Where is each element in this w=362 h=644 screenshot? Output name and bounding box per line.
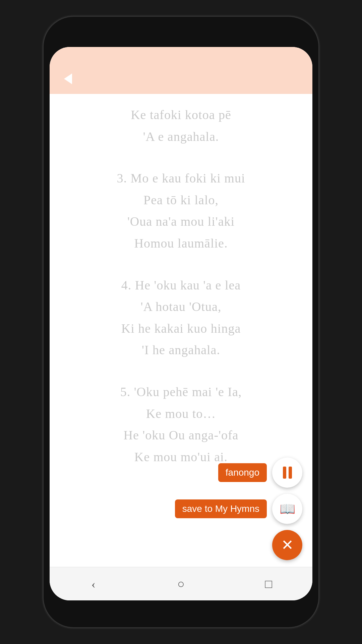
close-icon: ✕ xyxy=(281,538,294,552)
fanongo-fab-row: fanongo xyxy=(218,458,302,488)
verse-4: 4. He 'oku kau 'a e lea 'A hotau 'Otua, … xyxy=(63,274,299,361)
save-hymns-fab-row: save to My Hymns 📖 xyxy=(175,494,302,524)
verse-4-line-1: 4. He 'oku kau 'a e lea xyxy=(63,274,299,296)
verse-5-line-1: 5. 'Oku pehē mai 'e Ia, xyxy=(63,381,299,403)
pause-icon xyxy=(283,467,292,479)
save-hymns-tooltip: save to My Hymns xyxy=(175,499,267,518)
verse-intro: Ke tafoki kotoa pē 'A e angahala. xyxy=(63,104,299,147)
verse-intro-line-1: Ke tafoki kotoa pē xyxy=(63,104,299,126)
fanongo-tooltip: fanongo xyxy=(218,463,267,482)
pause-bar-right xyxy=(289,467,292,479)
back-arrow-icon xyxy=(64,73,72,84)
verse-intro-line-2: 'A e angahala. xyxy=(63,126,299,148)
save-hymns-button[interactable]: 📖 xyxy=(272,494,302,524)
pause-bar-left xyxy=(283,467,286,479)
verse-3-line-1: 3. Mo e kau foki ki mui xyxy=(63,167,299,189)
verse-4-line-4: 'I he angahala. xyxy=(63,339,299,361)
verse-4-line-3: Ki he kakai kuo hinga xyxy=(63,318,299,339)
back-button[interactable] xyxy=(60,70,76,87)
close-fab-row: ✕ xyxy=(272,530,302,560)
verse-3: 3. Mo e kau foki ki mui Pea tō ki lalo, … xyxy=(63,167,299,254)
fanongo-button[interactable] xyxy=(272,458,302,488)
verse-3-line-3: 'Oua na'a mou li'aki xyxy=(63,211,299,232)
verse-5-line-2: Ke mou to… xyxy=(63,403,299,425)
verse-4-line-2: 'A hotau 'Otua, xyxy=(63,296,299,318)
verse-3-line-4: Homou laumālie. xyxy=(63,232,299,254)
verse-5: 5. 'Oku pehē mai 'e Ia, Ke mou to… He 'o… xyxy=(63,381,299,468)
close-fab-button[interactable]: ✕ xyxy=(272,530,302,560)
nav-home-icon: ○ xyxy=(177,577,185,591)
nav-home-button[interactable]: ○ xyxy=(171,574,191,594)
status-bar xyxy=(50,47,312,64)
nav-back-icon: ‹ xyxy=(92,577,96,591)
bottom-nav: ‹ ○ □ xyxy=(50,567,312,600)
book-icon: 📖 xyxy=(280,501,295,516)
fab-container: fanongo save to My Hymns 📖 ✕ xyxy=(175,458,302,560)
nav-back-button[interactable]: ‹ xyxy=(83,574,104,594)
nav-recent-icon: □ xyxy=(265,577,272,591)
verse-5-line-3: He 'oku Ou anga-'ofa xyxy=(63,424,299,446)
header xyxy=(50,64,312,94)
verse-3-line-2: Pea tō ki lalo, xyxy=(63,189,299,211)
nav-recent-button[interactable]: □ xyxy=(258,574,279,594)
